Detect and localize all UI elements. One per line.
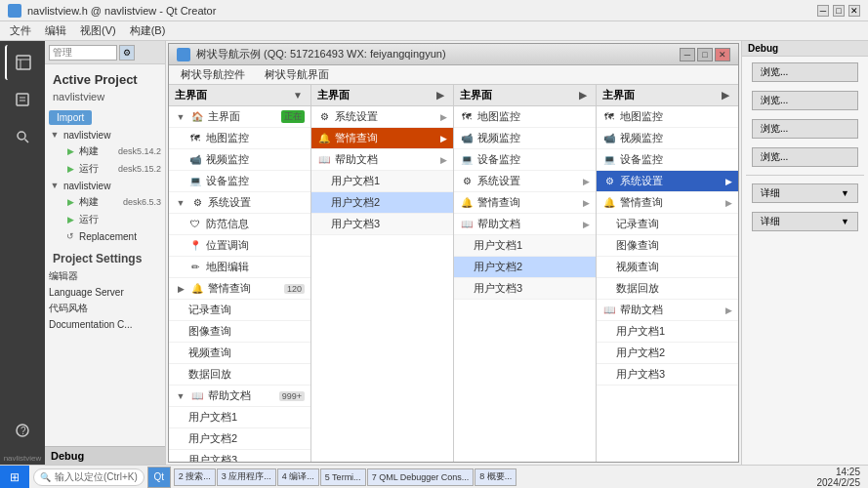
nav-item-home[interactable]: ▼ 🏠 主界面 正在 bbox=[169, 106, 310, 128]
nav3-userdoc3[interactable]: 用户文档3 bbox=[454, 278, 596, 300]
nav4-video[interactable]: 📹 视频监控 bbox=[597, 128, 738, 149]
nav4-videoquery[interactable]: 视频查询 bbox=[597, 257, 738, 278]
nav3-map[interactable]: 🗺 地图监控 bbox=[454, 106, 596, 128]
taskbar-qtcreator[interactable]: Qt bbox=[147, 467, 171, 488]
nav2-userdoc1[interactable]: 用户文档1 bbox=[311, 171, 453, 192]
nav-item-dataplay[interactable]: 数据回放 bbox=[169, 364, 310, 386]
taskbar-tab-app[interactable]: 3 应用程序... bbox=[217, 468, 276, 486]
tree-item-navlistview[interactable]: ▼ navlistview bbox=[45, 127, 165, 142]
nav3-userdoc2[interactable]: 用户文档2 bbox=[454, 257, 596, 278]
close-button[interactable]: ✕ bbox=[848, 5, 860, 17]
maximize-button[interactable]: □ bbox=[833, 5, 845, 17]
nav4-map[interactable]: 🗺 地图监控 bbox=[597, 106, 738, 128]
debug-browse-btn-1[interactable]: 浏览... bbox=[752, 62, 858, 82]
ps-lang[interactable]: Language Server bbox=[45, 285, 165, 300]
nav-item-userdoc2[interactable]: 用户文档2 bbox=[169, 428, 310, 450]
video-icon: 📹 bbox=[188, 153, 202, 167]
nav2-alert-selected[interactable]: 🔔 警情查询 ▶ bbox=[311, 128, 453, 149]
nav-item-help[interactable]: ▼ 📖 帮助文档 999+ bbox=[169, 386, 310, 407]
taskbar-tab-search[interactable]: 2 搜索... bbox=[174, 468, 216, 486]
activity-help[interactable]: ? bbox=[5, 413, 40, 448]
debug-browse-btn-2[interactable]: 浏览... bbox=[752, 91, 858, 110]
nav-item-mapedit[interactable]: ✏ 地图编辑 bbox=[169, 257, 310, 278]
nav3-userdoc1[interactable]: 用户文档1 bbox=[454, 235, 596, 257]
taskbar-tab-compile[interactable]: 4 编译... bbox=[277, 468, 319, 486]
activity-search[interactable] bbox=[5, 119, 40, 154]
nav3-video[interactable]: 📹 视频监控 bbox=[454, 128, 596, 149]
nav-item-videoquery[interactable]: 视频查询 bbox=[169, 343, 310, 364]
activity-edit[interactable] bbox=[5, 82, 40, 117]
nav-item-imgquery[interactable]: 图像查询 bbox=[169, 321, 310, 343]
demo-close[interactable]: ✕ bbox=[715, 48, 730, 61]
nav-col-2: 主界面 ▶ ⚙ 系统设置 ▶ 🔔 警情查询 bbox=[311, 85, 454, 462]
nav4-device[interactable]: 💻 设备监控 bbox=[597, 149, 738, 171]
nav-item-shield[interactable]: 🛡 防范信息 bbox=[169, 214, 310, 235]
activity-project[interactable] bbox=[5, 45, 40, 80]
nav-item-userdoc3[interactable]: 用户文档3 bbox=[169, 450, 310, 462]
tree-item-build-run[interactable]: ▶ 构建 desk5.14.2 bbox=[45, 142, 165, 160]
tree-item-run2[interactable]: ▶ 运行 desk5.15.2 bbox=[45, 160, 165, 178]
nav4-userdoc3[interactable]: 用户文档3 bbox=[597, 364, 738, 386]
nav-item-record[interactable]: 记录查询 bbox=[169, 300, 310, 321]
taskbar-tab-qml[interactable]: 7 QML Debugger Cons... bbox=[367, 468, 475, 486]
ps-doc[interactable]: Documentation C... bbox=[45, 317, 165, 332]
nav3-device[interactable]: 💻 设备监控 bbox=[454, 149, 596, 171]
demo-menu-nav-control[interactable]: 树状导航控件 bbox=[177, 67, 249, 82]
debug-browse-btn-3[interactable]: 浏览... bbox=[752, 119, 858, 139]
nav3-help[interactable]: 📖 帮助文档 ▶ bbox=[454, 214, 596, 235]
taskbar-tab-terminal[interactable]: 5 Termi... bbox=[320, 468, 366, 486]
debug-detail-btn-1[interactable]: 详细 ▼ bbox=[752, 183, 858, 203]
debug-browse-btn-4[interactable]: 浏览... bbox=[752, 147, 858, 167]
minimize-button[interactable]: ─ bbox=[817, 5, 829, 17]
nav-item-map[interactable]: 🗺 地图监控 bbox=[169, 128, 310, 149]
nav-item-device[interactable]: 💻 设备监控 bbox=[169, 171, 310, 192]
nav3-settings[interactable]: ⚙ 系统设置 ▶ bbox=[454, 171, 596, 192]
nav-item-userdoc1[interactable]: 用户文档1 bbox=[169, 407, 310, 428]
project-config-btn[interactable]: ⚙ bbox=[119, 45, 135, 61]
nav-item-settings[interactable]: ▼ ⚙ 系统设置 bbox=[169, 192, 310, 214]
nav-col-3-header: 主界面 ▶ bbox=[454, 85, 596, 106]
demo-minimize[interactable]: ─ bbox=[680, 48, 695, 61]
nav4-userdoc1[interactable]: 用户文档1 bbox=[597, 321, 738, 343]
win-start-btn[interactable]: ⊞ bbox=[0, 466, 29, 489]
menu-edit[interactable]: 编辑 bbox=[39, 22, 72, 40]
nav-col-3-more[interactable]: ▶ bbox=[576, 89, 590, 102]
nav4-dataplay[interactable]: 数据回放 bbox=[597, 278, 738, 300]
nav4-alert[interactable]: 🔔 警情查询 ▶ bbox=[597, 192, 738, 214]
taskbar-search[interactable]: 🔍 输入以定位(Ctrl+K) bbox=[33, 468, 145, 486]
nav4-settings-selected[interactable]: ⚙ 系统设置 ▶ bbox=[597, 171, 738, 192]
menu-build[interactable]: 构建(B) bbox=[124, 22, 172, 40]
nav-item-video[interactable]: 📹 视频监控 bbox=[169, 149, 310, 171]
ps-editor[interactable]: 编辑器 bbox=[45, 267, 165, 285]
import-button[interactable]: Import bbox=[49, 110, 92, 125]
project-search[interactable] bbox=[49, 45, 117, 61]
nav2-settings[interactable]: ⚙ 系统设置 ▶ bbox=[311, 106, 453, 128]
nav-item-alert[interactable]: ▶ 🔔 警情查询 120 bbox=[169, 278, 310, 300]
taskbar-tab-overview[interactable]: 8 概要... bbox=[475, 468, 517, 486]
nav3-alert[interactable]: 🔔 警情查询 ▶ bbox=[454, 192, 596, 214]
nav-col-1-expand[interactable]: ▼ bbox=[291, 89, 305, 102]
debug-detail-btn-2[interactable]: 详细 ▼ bbox=[752, 212, 858, 231]
nav2-help[interactable]: 📖 帮助文档 ▶ bbox=[311, 149, 453, 171]
nav-col-2-more[interactable]: ▶ bbox=[434, 89, 447, 102]
menu-file[interactable]: 文件 bbox=[4, 22, 37, 40]
nav2-userdoc3[interactable]: 用户文档3 bbox=[311, 214, 453, 235]
tree-item-replace[interactable]: ↺ Replacement bbox=[45, 228, 165, 244]
nav4-userdoc2[interactable]: 用户文档2 bbox=[597, 343, 738, 364]
nav4-record[interactable]: 记录查询 bbox=[597, 214, 738, 235]
menu-view[interactable]: 视图(V) bbox=[74, 22, 122, 40]
demo-maximize[interactable]: □ bbox=[697, 48, 713, 61]
ps-codestyle[interactable]: 代码风格 bbox=[45, 300, 165, 317]
nav4-imgquery[interactable]: 图像查询 bbox=[597, 235, 738, 257]
tree-item-navlistview2[interactable]: ▼ navlistview bbox=[45, 178, 165, 193]
tree-item-run3[interactable]: ▶ 运行 bbox=[45, 211, 165, 228]
nav-col-4-more[interactable]: ▶ bbox=[719, 89, 732, 102]
nav3-help-icon: 📖 bbox=[460, 218, 474, 231]
demo-menu-nav-interface[interactable]: 树状导航界面 bbox=[261, 67, 333, 82]
nav-item-location[interactable]: 📍 位置调询 bbox=[169, 235, 310, 257]
svg-rect-3 bbox=[17, 94, 28, 105]
tree-label-run: 运行 bbox=[79, 162, 99, 176]
nav2-userdoc2[interactable]: 用户文档2 bbox=[311, 192, 453, 214]
tree-item-build2[interactable]: ▶ 构建 desk6.5.3 bbox=[45, 193, 165, 211]
nav4-help[interactable]: 📖 帮助文档 ▶ bbox=[597, 300, 738, 321]
